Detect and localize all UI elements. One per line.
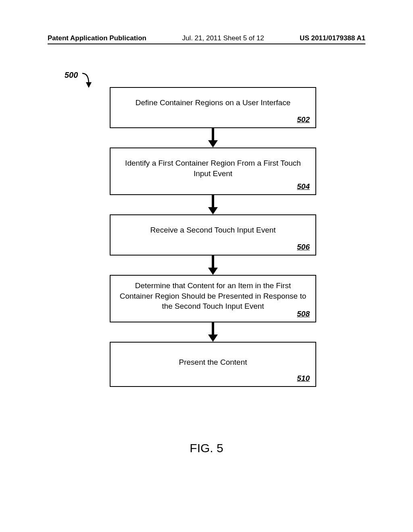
header-rule xyxy=(48,44,365,44)
flow-step: Present the Content 510 xyxy=(110,342,316,387)
flow-step-text: Define Container Regions on a User Inter… xyxy=(136,98,290,107)
flow-step-text: Receive a Second Touch Input Event xyxy=(150,226,275,234)
figure-label: FIG. 5 xyxy=(0,441,413,455)
flow-arrow-icon xyxy=(110,195,316,214)
label-pointer-icon xyxy=(81,73,98,93)
flow-step: Receive a Second Touch Input Event 506 xyxy=(110,214,316,256)
flow-step-ref: 508 xyxy=(297,309,310,319)
header-mid: Jul. 21, 2011 Sheet 5 of 12 xyxy=(182,34,264,42)
flow-step: Determine that Content for an Item in th… xyxy=(110,275,316,322)
flowchart: Define Container Regions on a User Inter… xyxy=(110,87,316,387)
flow-arrow-icon xyxy=(110,322,316,342)
flow-step: Define Container Regions on a User Inter… xyxy=(110,87,316,128)
flow-step: Identify a First Container Region From a… xyxy=(110,148,316,195)
flow-step-ref: 506 xyxy=(297,242,310,252)
flow-step-ref: 504 xyxy=(297,181,310,192)
flow-step-text: Determine that Content for an Item in th… xyxy=(120,281,307,310)
flow-step-text: Identify a First Container Region From a… xyxy=(125,159,301,178)
header-left: Patent Application Publication xyxy=(48,34,146,42)
flow-step-ref: 510 xyxy=(297,373,310,384)
flow-reference-label: 500 xyxy=(65,71,78,80)
flow-arrow-icon xyxy=(110,128,316,148)
header-right: US 2011/0179388 A1 xyxy=(300,34,365,42)
flow-arrow-icon xyxy=(110,256,316,275)
flow-step-ref: 502 xyxy=(297,114,310,125)
flow-step-text: Present the Content xyxy=(179,358,247,366)
page-header: Patent Application Publication Jul. 21, … xyxy=(0,34,413,42)
svg-marker-0 xyxy=(86,82,92,88)
